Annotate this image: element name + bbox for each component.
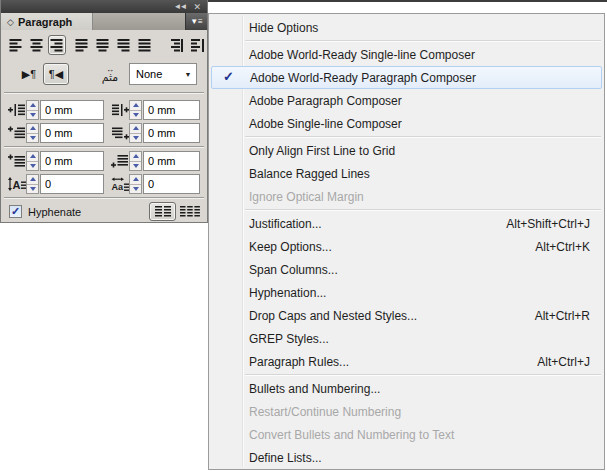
menu-item-span-columns[interactable]: Span Columns... [209,258,604,281]
space-before-stepper[interactable] [26,151,39,171]
menu-item-adobe-paragraph-composer[interactable]: Adobe Paragraph Composer [209,89,604,112]
collapse-panel-icon[interactable]: ◄◄ [174,3,186,11]
spacing-row [1,151,207,171]
ltr-paragraph-direction-button[interactable]: ▶¶ [17,63,41,85]
menu-item-drop-caps-and-nested-styles[interactable]: Drop Caps and Nested Styles...Alt+Ctrl+R [209,304,604,327]
drop-cap-lines-stepper[interactable] [26,174,39,194]
menu-item-paragraph-rules[interactable]: Paragraph Rules...Alt+Ctrl+J [209,350,604,373]
first-line-indent-stepper[interactable] [26,123,39,143]
menu-item-bullets-and-numbering[interactable]: Bullets and Numbering... [209,377,604,400]
right-indent-input[interactable] [143,100,200,120]
indent-row-2 [1,123,207,143]
space-after-input[interactable] [143,151,200,171]
justify-last-right-button[interactable] [114,35,133,55]
stepper-down-icon[interactable] [130,134,141,143]
align-right-icon [50,39,63,52]
menu-item-adobe-world-ready-paragraph-composer[interactable]: ✓Adobe World-Ready Paragraph Composer [211,66,602,89]
align-away-from-spine-button[interactable] [188,35,207,55]
panel-cycle-icon: ◇ [7,17,14,27]
hyphenate-label: Hyphenate [28,206,81,218]
menu-item-shortcut: Alt+Ctrl+R [535,309,590,323]
menu-item-convert-bullets-and-numbering-to-text: Convert Bullets and Numbering to Text [209,423,604,446]
stepper-down-icon[interactable] [27,162,38,171]
menu-item-ignore-optical-margin: Ignore Optical Margin [209,185,604,208]
direction-row: ▶¶ ¶◀ ↔ مثم None ▼ [1,62,207,86]
drop-cap-characters-input[interactable] [143,174,200,194]
menu-item-only-align-first-line-to-grid[interactable]: Only Align First Line to Grid [209,139,604,162]
panel-menu-icon: ▼≡ [190,17,203,26]
align-right-button[interactable] [48,35,67,55]
three-column-icon [180,206,200,217]
menu-item-adobe-world-ready-single-line-composer[interactable]: Adobe World-Ready Single-line Composer [209,43,604,66]
menu-item-justification[interactable]: Justification...Alt+Shift+Ctrl+J [209,212,604,235]
menu-item-balance-ragged-lines[interactable]: Balance Ragged Lines [209,162,604,185]
checkmark-icon: ✓ [223,69,234,84]
stepper-down-icon[interactable] [27,111,38,120]
menu-item-hyphenation[interactable]: Hyphenation... [209,281,604,304]
menu-separator [245,136,601,137]
justify-last-left-button[interactable] [72,35,91,55]
stepper-up-icon[interactable] [27,175,38,185]
drop-cap-lines-input[interactable] [40,174,104,194]
menu-item-label: Drop Caps and Nested Styles... [249,309,417,323]
last-line-right-indent-input[interactable] [143,123,200,143]
menu-item-keep-options[interactable]: Keep Options...Alt+Ctrl+K [209,235,604,258]
panel-tab-row: ◇ Paragraph ▼≡ [1,13,207,30]
stepper-down-icon[interactable] [130,111,141,120]
space-before-input[interactable] [40,151,104,171]
menu-item-grep-styles[interactable]: GREP Styles... [209,327,604,350]
menu-item-label: Balance Ragged Lines [249,167,370,181]
two-column-layout-button[interactable] [149,202,176,221]
first-line-indent-input[interactable] [40,123,104,143]
stepper-up-icon[interactable] [130,101,141,111]
menu-item-shortcut: Alt+Shift+Ctrl+J [506,217,590,231]
menu-item-shortcut: Alt+Ctrl+J [537,355,590,369]
stepper-up-icon[interactable] [27,152,38,162]
menu-separator [245,209,601,210]
stepper-down-icon[interactable] [130,185,141,194]
justify-all-button[interactable] [135,35,154,55]
menu-item-label: Ignore Optical Margin [249,190,364,204]
stepper-up-icon[interactable] [130,124,141,134]
panel-menu-button[interactable]: ▼≡ [185,13,207,30]
stepper-up-icon[interactable] [130,175,141,185]
menu-item-hide-options[interactable]: Hide Options [209,16,604,39]
menu-item-adobe-single-line-composer[interactable]: Adobe Single-line Composer [209,112,604,135]
last-line-right-indent-stepper[interactable] [129,123,142,143]
align-left-button[interactable] [6,35,25,55]
drop-cap-characters-stepper[interactable] [129,174,142,194]
hyphenate-checkbox[interactable]: ✓ [9,205,22,218]
menu-item-define-lists[interactable]: Define Lists... [209,446,604,469]
stepper-down-icon[interactable] [130,162,141,171]
left-indent-stepper[interactable] [26,100,39,120]
stepper-up-icon[interactable] [27,101,38,111]
three-column-layout-button[interactable] [176,202,203,221]
align-toward-spine-button[interactable] [167,35,186,55]
indent-row-1 [1,100,207,120]
menu-item-label: Bullets and Numbering... [249,382,380,396]
align-center-button[interactable] [27,35,46,55]
menu-item-label: GREP Styles... [249,332,329,346]
left-indent-icon [7,103,26,117]
stepper-down-icon[interactable] [27,134,38,143]
left-indent-input[interactable] [40,100,104,120]
kashida-letters-icon: مثم [102,72,119,83]
close-icon[interactable]: ✕ [193,3,201,11]
ltr-paragraph-icon: ▶¶ [22,69,36,80]
tab-paragraph[interactable]: ◇ Paragraph [1,13,93,30]
kashida-select[interactable]: None ▼ [129,63,197,85]
justify-last-center-button[interactable] [93,35,112,55]
align-left-icon [9,39,22,52]
menu-separator [245,40,601,41]
stepper-up-icon[interactable] [130,152,141,162]
stepper-down-icon[interactable] [27,185,38,194]
menu-item-shortcut: Alt+Ctrl+K [535,240,590,254]
space-after-stepper[interactable] [129,151,142,171]
right-indent-stepper[interactable] [129,100,142,120]
stepper-up-icon[interactable] [27,124,38,134]
kashida-select-value: None [130,68,180,80]
menu-item-label: Adobe World-Ready Paragraph Composer [250,71,476,85]
menu-item-label: Adobe Paragraph Composer [249,94,402,108]
rtl-paragraph-direction-button[interactable]: ¶◀ [43,63,69,85]
alignment-row [1,34,207,56]
